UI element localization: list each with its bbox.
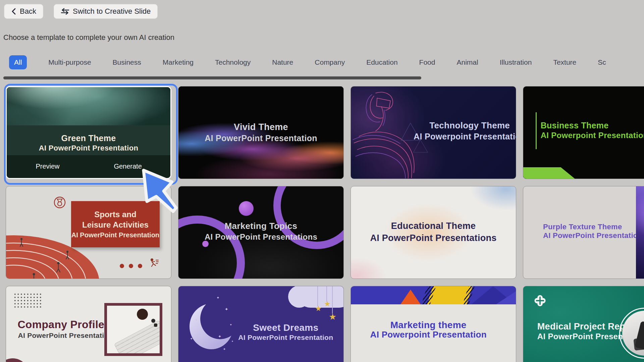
tab-animal[interactable]: Animal [457,58,478,66]
star-sparkle: ✦ [195,318,198,322]
template-card-company-profile[interactable]: Company Profile AI PowerPoint Presentati… [6,286,171,362]
card-title: Marketing theme [351,320,511,330]
card-subtitle: AI Powerpoint Presentation [351,329,511,340]
desk-item [154,323,157,327]
card-subtitle: AI Powerpoint Presentation [541,131,644,140]
purple-circle-large [239,201,254,216]
tab-illustration[interactable]: Illustration [500,58,532,66]
tab-texture[interactable]: Texture [553,58,576,66]
star-string [317,286,318,306]
green-accent-line [536,112,537,149]
template-card-technology-theme[interactable]: Technology Theme AI Powerpoint Presentat… [351,86,516,179]
card-title: Sweet Dreams [228,322,343,333]
card-subtitle: AI PowerPoint Presentation [71,231,159,239]
template-card-business-theme[interactable]: Business Theme AI Powerpoint Presentatio… [523,86,644,179]
template-card-sports-leisure[interactable]: Sports and Leisure Activities AI PowerPo… [6,186,171,279]
card-subtitle: AI PowerPoint Presentation [228,334,343,342]
star-sparkle: ✦ [218,334,221,339]
card-subtitle: AI PowerPoint Presentation [18,331,113,340]
tab-business[interactable]: Business [113,58,141,66]
tab-nature[interactable]: Nature [272,58,293,66]
template-card-purple-texture[interactable]: Purple Texture Theme AI PowerPoint Prese… [523,186,644,279]
runner-icon [148,257,159,270]
page-title: Choose a template to complete your own A… [3,33,174,42]
switch-to-creative-slide-button[interactable]: Switch to Creative Slide [54,4,158,19]
maroon-corner-shape [6,358,29,362]
tab-company[interactable]: Company [315,58,345,66]
medical-cross-icon [534,295,546,308]
vivid-ribbon-art [178,86,343,179]
card-title: Company Profile [17,318,104,331]
card-title: Purple Texture Theme [543,223,622,231]
card-subtitle: AI PowerPoint Presentation [178,133,343,143]
template-card-sweet-dreams[interactable]: ✦ ✦ ✦ ✦ ✦ ✦ ✦ ✦ ★ ★ ★ Sweet Dreams AI Po… [178,286,344,362]
tabs-scrollbar[interactable] [3,76,421,79]
star-sparkle: ✦ [225,307,228,312]
microscope-photo-circle [619,308,644,359]
star-string [332,286,333,314]
card-subtitle: AI PowerPoint Presentation [543,231,642,240]
purple-texture-art [636,186,644,279]
hanging-star: ★ [329,312,336,322]
hanging-star: ★ [324,300,331,308]
tab-technology[interactable]: Technology [215,58,251,66]
star-sparkle: ✦ [190,337,193,341]
template-grid: Green Theme AI PowerPoint Presentation P… [6,86,644,362]
tab-multi-purpose[interactable]: Multi-purpose [48,58,91,66]
template-card-medical-report[interactable]: Medical Project Report AI PowerPoint Pre… [523,286,644,362]
switch-arrows-icon [61,8,69,15]
sports-title-panel: Sports and Leisure Activities AI PowerPo… [71,201,159,247]
back-button-label: Back [20,7,36,16]
card-subtitle: AI PowerPoint Presentations [351,233,516,243]
template-card-vivid-theme[interactable]: Vivid Theme AI PowerPoint Presentation [178,86,344,179]
card-subtitle: AI PowerPoint Presentation [7,144,170,153]
card-title: Green Theme [7,133,170,143]
back-button[interactable]: Back [4,4,43,19]
medal-icon [53,196,66,210]
card-title: Sports and Leisure Activities [80,209,151,230]
tab-all[interactable]: All [9,55,27,69]
green-waves-art [7,87,170,125]
template-card-marketing-topics[interactable]: Marketing Topics AI PowerPoint Presentat… [178,186,344,279]
generate-button[interactable]: Generate [114,162,142,170]
star-sparkle: ✦ [216,296,219,300]
card-subtitle: AI PowerPoint Presentations [178,232,343,242]
template-card-educational-theme[interactable]: Educational Theme AI PowerPoint Presenta… [351,186,516,279]
card-title: Business Theme [541,120,609,130]
star-sparkle: ✦ [223,347,226,351]
coffee-cup [137,309,148,320]
orange-triangle [400,290,421,304]
card-title: Vivid Theme [178,122,343,132]
microscope-photo [622,311,644,356]
switch-button-label: Switch to Creative Slide [73,7,151,16]
back-chevron-icon [11,8,16,15]
tab-food[interactable]: Food [419,58,435,66]
green-trapezoid-shape [523,167,577,179]
template-card-green-theme[interactable]: Green Theme AI PowerPoint Presentation P… [6,86,171,179]
tab-science[interactable]: Sc [598,58,606,66]
card-title: Educational Theme [351,221,516,231]
category-tabs: All Multi-purpose Business Marketing Tec… [9,54,606,70]
three-dots-decoration [120,264,142,268]
card-title: Marketing Topics [178,221,343,231]
card-subtitle: AI Powerpoint Presentation [387,131,516,141]
template-picker-screen: { "toolbar": { "back_label": "Back", "sw… [0,0,644,362]
preview-button[interactable]: Preview [36,162,59,170]
hanging-star: ★ [315,304,322,313]
desk-photo-frame [104,303,162,356]
dot-grid-pattern [13,293,42,309]
card-hover-bar [7,155,170,178]
template-card-marketing-theme[interactable]: Marketing theme AI Powerpoint Presentati… [351,286,516,362]
geometric-header-band [351,286,516,304]
tab-education[interactable]: Education [366,58,397,66]
card-title: Technology Theme [387,120,516,130]
tab-marketing[interactable]: Marketing [163,58,194,66]
